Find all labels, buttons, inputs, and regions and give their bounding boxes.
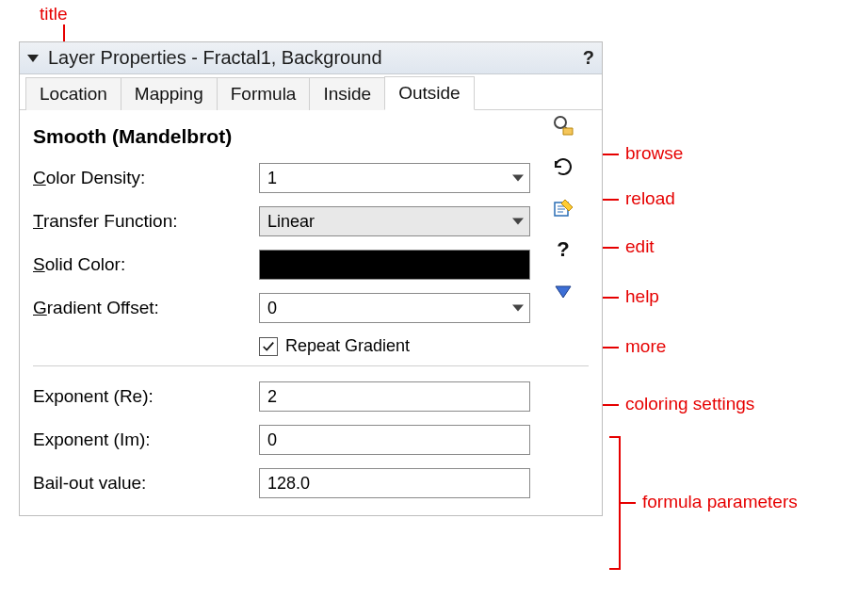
label-transfer-function: Transfer Function: — [33, 211, 259, 232]
row-transfer-function: Transfer Function: Linear — [33, 206, 589, 236]
chevron-down-icon — [512, 175, 524, 182]
color-density-input[interactable]: 1 — [259, 163, 530, 193]
help-icon[interactable]: ? — [552, 238, 574, 261]
tab-formula[interactable]: Formula — [217, 77, 311, 110]
row-exponent-im: Exponent (Im): 0 — [33, 425, 589, 455]
tab-content: ? Smooth (Mandelbrot) Color Density: 1 T… — [20, 110, 602, 515]
row-solid-color: Solid Color: — [33, 250, 589, 280]
row-exponent-re: Exponent (Re): 2 — [33, 381, 589, 412]
label-solid-color: Solid Color: — [33, 254, 259, 275]
row-bailout: Bail-out value: 128.0 — [33, 468, 589, 498]
edit-icon[interactable] — [552, 197, 574, 219]
annotation-formula-line — [619, 502, 636, 504]
annotation-browse: browse — [625, 143, 683, 164]
layer-properties-panel: Layer Properties - Fractal1, Background … — [19, 41, 603, 516]
bailout-input[interactable]: 128.0 — [259, 468, 530, 498]
annotation-more: more — [625, 336, 666, 357]
label-repeat-gradient: Repeat Gradient — [285, 336, 410, 356]
transfer-function-select[interactable]: Linear — [259, 206, 530, 236]
chevron-down-icon — [512, 305, 524, 312]
tab-location[interactable]: Location — [25, 77, 121, 110]
formula-name-heading: Smooth (Mandelbrot) — [33, 125, 589, 148]
titlebar: Layer Properties - Fractal1, Background … — [20, 42, 602, 74]
exponent-im-input[interactable]: 0 — [259, 425, 530, 455]
label-exponent-re: Exponent (Re): — [33, 386, 259, 407]
annotation-title: title — [40, 4, 68, 24]
tab-mapping[interactable]: Mapping — [121, 77, 218, 110]
more-icon[interactable] — [552, 280, 574, 302]
row-color-density: Color Density: 1 — [33, 163, 589, 193]
row-repeat-gradient: Repeat Gradient — [33, 336, 589, 356]
repeat-gradient-checkbox[interactable] — [259, 337, 278, 356]
solid-color-swatch[interactable] — [259, 250, 530, 280]
browse-icon[interactable] — [552, 114, 574, 137]
annotation-edit: edit — [625, 236, 655, 257]
svg-point-0 — [555, 117, 566, 128]
collapse-triangle-icon[interactable] — [27, 55, 39, 62]
label-gradient-offset: Gradient Offset: — [33, 298, 259, 318]
side-toolbar: ? — [548, 114, 578, 302]
gradient-offset-input[interactable]: 0 — [259, 293, 530, 323]
tab-inside[interactable]: Inside — [309, 77, 385, 110]
reload-icon[interactable] — [552, 155, 574, 178]
row-gradient-offset: Gradient Offset: 0 — [33, 293, 589, 323]
annotation-help: help — [625, 286, 659, 307]
annotation-formula: formula parameters — [642, 492, 798, 512]
label-bailout: Bail-out value: — [33, 473, 259, 494]
exponent-re-input[interactable]: 2 — [259, 381, 530, 412]
panel-title: Layer Properties - Fractal1, Background — [48, 47, 583, 69]
section-divider — [33, 365, 589, 366]
annotation-coloring: coloring settings — [625, 394, 754, 414]
tab-strip: Location Mapping Formula Inside Outside — [20, 74, 602, 110]
chevron-down-icon — [512, 219, 524, 225]
label-exponent-im: Exponent (Im): — [33, 430, 259, 450]
titlebar-help-button[interactable]: ? — [583, 47, 594, 69]
tab-outside[interactable]: Outside — [384, 76, 474, 110]
annotation-reload: reload — [625, 188, 675, 209]
label-color-density: Color Density: — [33, 168, 259, 188]
